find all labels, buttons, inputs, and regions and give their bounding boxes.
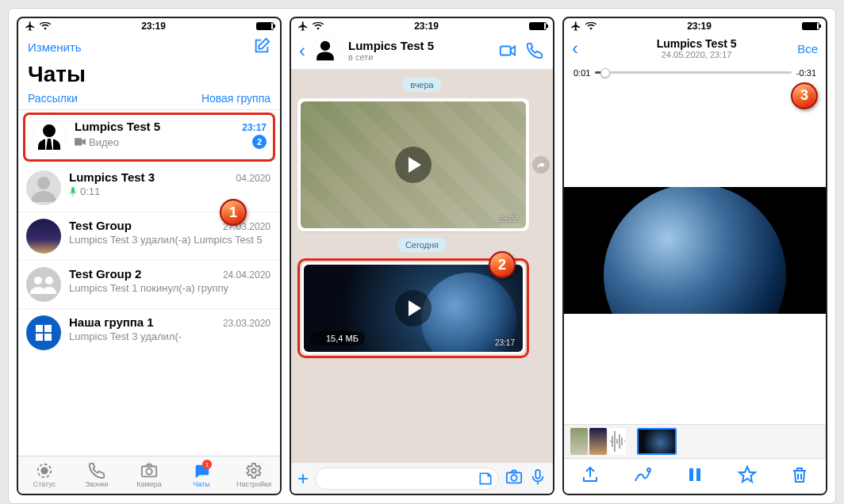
- media-thumb[interactable]: [608, 428, 626, 455]
- svg-point-12: [41, 468, 47, 473]
- media-thumb[interactable]: [589, 428, 607, 455]
- svg-rect-20: [535, 469, 540, 478]
- sticker-icon[interactable]: [478, 471, 493, 490]
- tab-status[interactable]: Статус: [18, 456, 71, 494]
- chat-name: Lumpics Test 3: [69, 170, 155, 184]
- share-icon[interactable]: [581, 465, 600, 487]
- chat-name: Test Group 2: [69, 267, 141, 281]
- tab-calls[interactable]: Звонки: [71, 456, 123, 494]
- pause-icon[interactable]: [685, 465, 704, 487]
- chat-name: Наша группа 1: [69, 315, 154, 329]
- chat-time: 23:17: [242, 122, 267, 133]
- chat-preview: Lumpics Test 1 покинул(-а) группу: [69, 282, 228, 295]
- svg-rect-23: [696, 468, 700, 481]
- screen-chat: 23:19 ‹ Lumpics Test 5 в сети вчера 23:2…: [290, 17, 554, 495]
- chat-name: Test Group: [69, 219, 132, 232]
- star-icon[interactable]: [738, 465, 757, 487]
- battery-icon: [802, 22, 819, 30]
- wifi-icon: [313, 22, 324, 30]
- chat-preview: Lumpics Test 3 удалил(-а) Lumpics Test 5: [69, 234, 263, 246]
- clock: 23:19: [414, 21, 439, 32]
- clock: 23:19: [687, 21, 712, 32]
- elapsed-time: 0:01: [574, 68, 590, 78]
- video-thumbnail: 23:22: [301, 101, 526, 228]
- message-input[interactable]: [315, 468, 499, 490]
- play-icon[interactable]: [395, 290, 432, 326]
- svg-rect-7: [36, 325, 43, 332]
- all-media-button[interactable]: Все: [797, 42, 818, 55]
- edit-icon[interactable]: [633, 465, 652, 487]
- media-thumb-selected[interactable]: [637, 428, 677, 455]
- edit-button[interactable]: Изменить: [28, 40, 82, 54]
- avatar: [26, 219, 61, 254]
- message-time: 23:22: [498, 215, 518, 223]
- chat-row[interactable]: Test Group 2 24.04.2020 Lumpics Test 1 п…: [18, 261, 280, 309]
- back-button[interactable]: ‹: [299, 40, 305, 62]
- back-button[interactable]: ‹: [572, 37, 596, 59]
- tab-badge: 1: [202, 460, 212, 469]
- tab-settings[interactable]: Настройки: [228, 456, 280, 494]
- voice-call-icon[interactable]: [524, 42, 545, 59]
- forward-icon[interactable]: [532, 156, 550, 174]
- chat-body: вчера 23:22 Сегодня 15,4 М: [291, 70, 553, 462]
- thumbnail-strip[interactable]: [564, 424, 826, 459]
- avatar: [26, 170, 61, 205]
- compose-icon[interactable]: [253, 37, 270, 57]
- viewer-date: 24.05.2020, 23:17: [596, 50, 797, 60]
- chat-list: Lumpics Test 5 23:17 Видео 2: [18, 110, 280, 456]
- chat-row[interactable]: Наша группа 1 23.03.2020 Lumpics Test 3 …: [18, 309, 280, 357]
- chat-title-block[interactable]: Lumpics Test 5 в сети: [348, 40, 491, 63]
- viewer-main[interactable]: 3: [564, 78, 826, 424]
- scrubber[interactable]: 0:01 -0:31: [564, 65, 826, 78]
- play-icon[interactable]: [395, 147, 432, 183]
- media-thumb[interactable]: [570, 428, 588, 455]
- svg-rect-22: [689, 468, 693, 481]
- svg-point-3: [37, 177, 50, 189]
- new-group-link[interactable]: Новая группа: [201, 92, 270, 105]
- camera-icon[interactable]: [505, 468, 523, 489]
- status-bar: 23:19: [291, 18, 553, 34]
- viewer-toolbar: [564, 459, 826, 494]
- video-message-download[interactable]: 15,4 МБ 23:17 2: [297, 258, 529, 358]
- viewer-header: ‹ Lumpics Test 5 24.05.2020, 23:17 Все: [564, 34, 826, 65]
- remaining-time: -0:31: [796, 68, 816, 78]
- tab-chats[interactable]: Чаты1: [175, 456, 228, 494]
- avatar: [26, 267, 61, 302]
- svg-rect-8: [44, 325, 52, 332]
- date-chip: Сегодня: [397, 238, 447, 252]
- trash-icon[interactable]: [790, 465, 809, 487]
- scrubber-track[interactable]: [595, 71, 792, 74]
- airplane-mode-icon: [570, 21, 581, 32]
- svg-rect-9: [36, 334, 43, 341]
- svg-rect-17: [501, 47, 511, 55]
- microphone-icon: [69, 187, 77, 197]
- step-badge-1: 1: [220, 199, 247, 226]
- video-message[interactable]: 23:22: [297, 98, 529, 231]
- chat-header: ‹ Lumpics Test 5 в сети: [291, 34, 553, 70]
- microphone-icon[interactable]: [529, 468, 547, 489]
- svg-point-15: [251, 468, 256, 473]
- status-bar: 23:19: [18, 18, 280, 34]
- svg-point-14: [146, 468, 152, 474]
- screen-chats-list: 23:19 Изменить Чаты Рассылки Новая групп…: [17, 17, 282, 495]
- step-badge-2: 2: [489, 251, 516, 278]
- tab-camera[interactable]: Камера: [123, 456, 175, 494]
- attach-icon[interactable]: +: [297, 468, 309, 490]
- viewer-title: Lumpics Test 5: [596, 37, 797, 50]
- chat-preview: 0:11: [69, 185, 100, 197]
- status-bar: 23:19: [564, 18, 826, 34]
- chat-subtitle: в сети: [348, 52, 491, 62]
- video-icon: [75, 138, 86, 146]
- video-call-icon[interactable]: [497, 42, 518, 59]
- battery-icon: [256, 22, 274, 30]
- chat-row[interactable]: Lumpics Test 5 23:17 Видео 2: [23, 113, 275, 162]
- chat-preview: Видео: [75, 136, 119, 148]
- tab-bar: Статус Звонки Камера Чаты1 Настройки: [18, 456, 280, 494]
- chat-time: 23.03.2020: [223, 318, 270, 329]
- broadcast-lists-link[interactable]: Рассылки: [28, 92, 78, 105]
- download-size-chip[interactable]: 15,4 МБ: [310, 331, 365, 346]
- screen-video-viewer: 23:19 ‹ Lumpics Test 5 24.05.2020, 23:17…: [562, 17, 827, 495]
- svg-point-6: [45, 277, 53, 284]
- svg-point-5: [34, 277, 42, 284]
- avatar[interactable]: [312, 37, 339, 64]
